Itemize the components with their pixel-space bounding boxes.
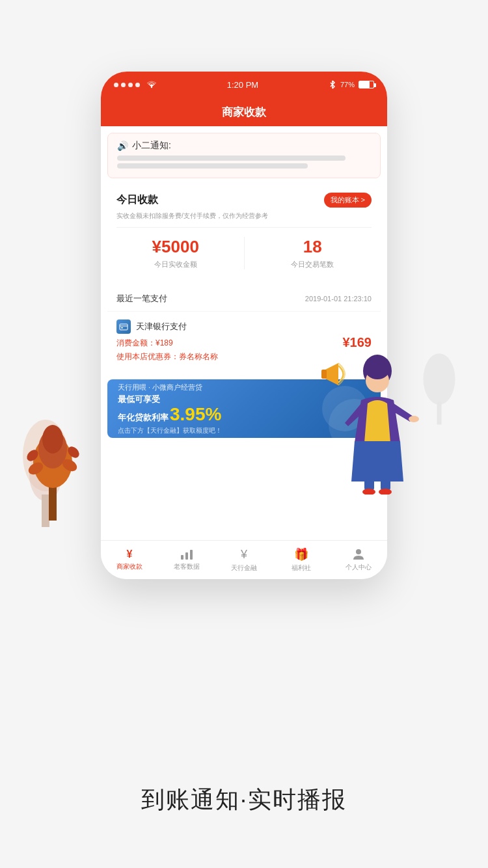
svg-point-5 bbox=[151, 87, 152, 88]
tab-profile-label: 个人中心 bbox=[346, 563, 372, 572]
svg-rect-4 bbox=[437, 402, 442, 425]
bank-name: 天津银行支付 bbox=[136, 321, 187, 332]
consume-amount: ¥189 bbox=[156, 338, 173, 347]
tab-data-label: 老客数据 bbox=[174, 562, 200, 571]
promo-line1: 天行用喂 · 小微商户经营贷 bbox=[118, 383, 222, 392]
coupon-name: 券名称名称 bbox=[179, 352, 218, 361]
page-title: 商家收款 bbox=[222, 105, 266, 120]
consume-row: 消费金额：¥189 bbox=[116, 338, 343, 349]
stat-count-value: 18 bbox=[245, 237, 381, 257]
battery-icon bbox=[359, 81, 374, 88]
svg-rect-8 bbox=[181, 555, 183, 560]
svg-point-24 bbox=[42, 425, 63, 454]
stat-amount: ¥5000 今日实收金额 bbox=[107, 237, 245, 269]
today-subtitle: 实收金额未扣除服务费/支付手续费，仅作为经营参考 bbox=[107, 211, 381, 227]
signal-dot-2 bbox=[121, 83, 126, 87]
bottom-tagline: 到账通知·实时播报 bbox=[0, 784, 488, 816]
tab-merchant-label: 商家收款 bbox=[116, 562, 142, 571]
tab-profile-icon bbox=[353, 548, 364, 561]
today-section: 今日收款 我的账本 > 实收金额未扣除服务费/支付手续费，仅作为经营参考 ¥50… bbox=[107, 185, 381, 278]
status-right: 77% bbox=[329, 79, 374, 90]
recent-payment-time: 2019-01-01 21:23:10 bbox=[305, 295, 372, 303]
signal-dot-4 bbox=[135, 83, 140, 87]
tab-welfare-label: 福利社 bbox=[291, 563, 311, 573]
coupon-label: 使用本店优惠券： bbox=[116, 352, 179, 361]
promo-min-label: 最低可享受 bbox=[118, 394, 160, 405]
coupon-row: 使用本店优惠券：券名称名称 bbox=[116, 351, 343, 362]
tab-finance-icon: ¥ bbox=[241, 548, 247, 562]
payment-bank: 天津银行支付 bbox=[116, 319, 343, 334]
svg-point-14 bbox=[364, 356, 390, 379]
svg-point-11 bbox=[356, 549, 361, 554]
tab-profile[interactable]: 个人中心 bbox=[330, 541, 387, 579]
tab-welfare[interactable]: 🎁 福利社 bbox=[273, 541, 330, 579]
signal-dot-3 bbox=[128, 83, 133, 87]
signal-dot-1 bbox=[114, 83, 118, 87]
stat-amount-label: 今日实收金额 bbox=[107, 260, 244, 269]
bg-tree-right bbox=[416, 345, 462, 436]
payment-amount: ¥169 bbox=[343, 335, 372, 350]
promo-rate-label: 年化贷款利率 bbox=[118, 412, 169, 424]
tab-finance-label: 天行金融 bbox=[231, 563, 257, 573]
wifi-icon bbox=[146, 81, 157, 88]
svg-rect-20 bbox=[321, 370, 327, 379]
notification-header: 🔊 小二通知: bbox=[117, 140, 371, 152]
recent-payment-title: 最近一笔支付 bbox=[116, 293, 167, 305]
tab-bar: ¥ 商家收款 老客数据 ¥ 天行金融 🎁 福利社 个人中心 bbox=[101, 540, 387, 579]
recent-payment-header: 最近一笔支付 2019-01-01 21:23:10 bbox=[107, 285, 381, 312]
status-time: 1:20 PM bbox=[227, 80, 258, 90]
svg-rect-10 bbox=[190, 550, 193, 560]
consume-label: 消费金额： bbox=[116, 338, 156, 347]
svg-point-15 bbox=[409, 416, 419, 422]
svg-rect-7 bbox=[121, 327, 123, 329]
tab-merchant-icon: ¥ bbox=[127, 549, 133, 560]
signal-dots bbox=[114, 81, 157, 88]
notification-banner: 🔊 小二通知: bbox=[107, 133, 381, 178]
svg-rect-6 bbox=[120, 324, 128, 330]
bank-logo bbox=[116, 319, 131, 334]
promo-rate: 3.95% bbox=[170, 405, 221, 424]
tab-welfare-icon: 🎁 bbox=[294, 547, 308, 562]
payment-detail: 天津银行支付 消费金额：¥189 使用本店优惠券：券名称名称 bbox=[116, 319, 343, 365]
status-bar: 1:20 PM 77% bbox=[101, 72, 387, 98]
svg-rect-9 bbox=[185, 552, 188, 560]
megaphone-illustration bbox=[319, 358, 351, 390]
svg-point-3 bbox=[424, 353, 455, 405]
promo-line4: 点击下方【天行金融】获取额度吧！ bbox=[118, 426, 222, 435]
top-nav: 商家收款 bbox=[101, 98, 387, 126]
tab-merchant[interactable]: ¥ 商家收款 bbox=[101, 541, 158, 579]
stat-amount-value: ¥5000 bbox=[107, 237, 244, 257]
tab-data-icon bbox=[180, 549, 193, 560]
stats-row: ¥5000 今日实收金额 18 今日交易笔数 bbox=[107, 228, 381, 278]
tab-finance[interactable]: ¥ 天行金融 bbox=[215, 541, 273, 579]
today-title: 今日收款 bbox=[116, 193, 158, 207]
bluetooth-icon bbox=[329, 79, 336, 90]
speaker-icon: 🔊 bbox=[117, 141, 128, 151]
notification-title: 小二通知: bbox=[132, 140, 171, 152]
today-header: 今日收款 我的账本 > bbox=[107, 185, 381, 211]
tab-data[interactable]: 老客数据 bbox=[158, 541, 215, 579]
battery-percent: 77% bbox=[340, 81, 355, 88]
orange-tree bbox=[23, 403, 81, 527]
my-account-button[interactable]: 我的账本 > bbox=[324, 193, 372, 208]
stat-count: 18 今日交易笔数 bbox=[245, 237, 381, 269]
stat-count-label: 今日交易笔数 bbox=[245, 260, 381, 269]
notification-text bbox=[117, 156, 371, 169]
phone-device: 1:20 PM 77% 商家收款 🔊 小二通知: 今日收款 我的账本 > bbox=[101, 72, 387, 579]
promo-text: 天行用喂 · 小微商户经营贷 最低可享受 年化贷款利率 3.95% 点击下方【天… bbox=[118, 383, 222, 435]
